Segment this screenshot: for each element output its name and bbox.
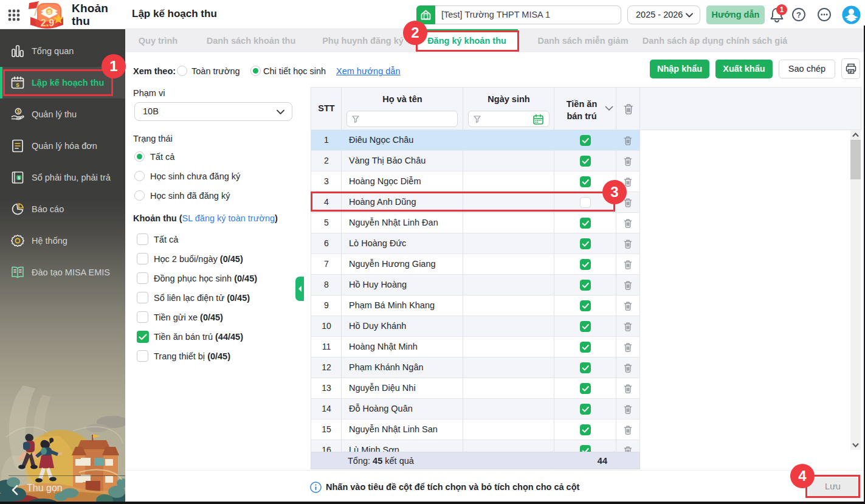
svg-text:?: ?	[796, 10, 801, 19]
svg-text:2.9: 2.9	[41, 18, 54, 28]
svg-text:S: S	[47, 9, 51, 15]
svg-text:$: $	[17, 108, 20, 114]
